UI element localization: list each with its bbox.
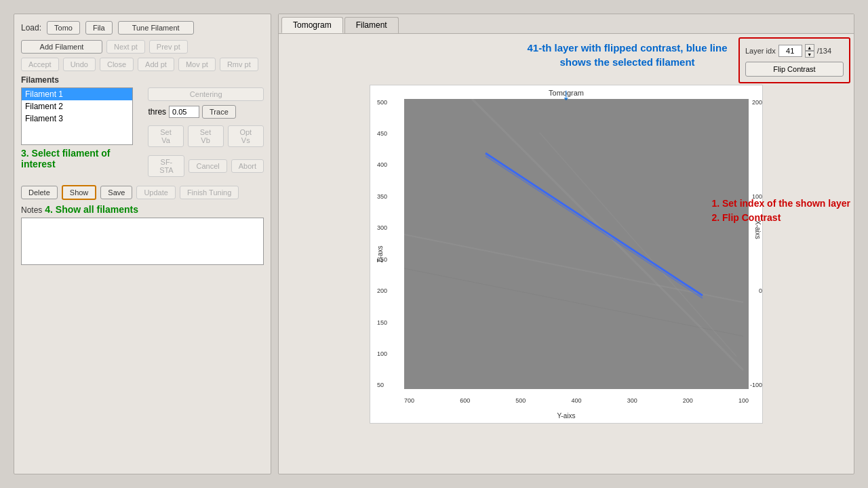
svg-rect-0 [404, 99, 749, 389]
y-axis-label: Y-aixs [557, 412, 576, 420]
trace-button[interactable]: Trace [202, 105, 236, 119]
right-panel: Tomogram Filament 41-th layer with flipp… [278, 14, 854, 474]
tab-bar: Tomogram Filament [279, 14, 854, 34]
filament-list[interactable]: Filament 1 Filament 2 Filament 3 [21, 87, 133, 145]
layer-idx-input[interactable] [778, 45, 802, 57]
tune-filament-button[interactable]: Tune Filament [118, 21, 194, 35]
layer-idx-row: Layer idx ▲ ▼ /134 [745, 44, 844, 58]
notes-textarea[interactable] [21, 218, 264, 265]
layer-idx-label: Layer idx [745, 47, 776, 55]
tab-tomogram[interactable]: Tomogram [281, 17, 343, 33]
add-filament-button[interactable]: Add Filament [21, 40, 102, 54]
step4-text: 4. Show all filaments [42, 204, 138, 215]
rmv-pt-button[interactable]: Rmv pt [220, 58, 258, 71]
filaments-label: Filaments [21, 75, 264, 85]
x-ticks: 700 600 500 400 300 200 100 [404, 397, 749, 404]
plot-image [404, 99, 749, 389]
set-buttons-row: Set Va Set Vb Opt Vs [148, 125, 264, 147]
step3-text: 3. Select filament of interest [21, 148, 142, 169]
cancel-button[interactable]: Cancel [189, 159, 226, 173]
save-button[interactable]: Save [100, 186, 132, 199]
tomogram-area: Tomogram 500 450 400 350 300 250 200 150… [285, 41, 847, 467]
add-filament-row: Add Filament Next pt Prev pt [21, 40, 264, 54]
accept-button[interactable]: Accept [21, 58, 59, 71]
filament-item-1[interactable]: Filament 1 [22, 88, 132, 100]
red-annotation: 1. Set index of the shown layer 2. Flip … [711, 197, 850, 225]
set-vb-button[interactable]: Set Vb [188, 125, 224, 147]
thres-input[interactable] [169, 106, 199, 118]
accept-row: Accept Undo Close Add pt Mov pt Rmv pt [21, 58, 264, 71]
set-va-button[interactable]: Set Va [148, 125, 183, 147]
abort-button[interactable]: Abort [231, 159, 264, 173]
spinner-down[interactable]: ▼ [805, 51, 814, 58]
sf-sta-button[interactable]: SF-STA [148, 155, 184, 177]
tab-filament[interactable]: Filament [344, 17, 399, 33]
fila-button[interactable]: Fila [85, 21, 113, 35]
tomo-button[interactable]: Tomo [47, 21, 80, 35]
thres-label: thres [148, 107, 166, 117]
spinner-up[interactable]: ▲ [805, 44, 814, 51]
filament-item-3[interactable]: Filament 3 [22, 113, 132, 125]
update-button[interactable]: Update [136, 186, 175, 199]
y-ticks: 500 450 400 350 300 250 200 150 100 50 [377, 99, 387, 389]
thres-row: thres Trace [148, 105, 264, 119]
red-annotation-line1: 1. Set index of the shown layer [711, 197, 850, 211]
next-pt-button[interactable]: Next pt [106, 40, 145, 54]
show-button[interactable]: Show [62, 185, 97, 200]
close-button[interactable]: Close [100, 58, 134, 71]
tomogram-plot: Tomogram 500 450 400 350 300 250 200 150… [370, 85, 763, 424]
load-row: Load: Tomo Fila Tune Filament [21, 21, 264, 35]
bottom-buttons-row: Delete Show Save Update Finish Tuning [21, 185, 264, 200]
layer-controls: Layer idx ▲ ▼ /134 Flip Contrast [738, 37, 850, 83]
finish-tuning-button[interactable]: Finish Tuning [180, 186, 239, 199]
notes-label: Notes [21, 205, 42, 215]
load-label: Load: [21, 23, 41, 33]
add-pt-button[interactable]: Add pt [138, 58, 174, 71]
annotation-main-text: 41-th layer with flipped contrast, blue … [526, 41, 729, 69]
spinner-buttons: ▲ ▼ [805, 44, 814, 58]
undo-button[interactable]: Undo [63, 58, 96, 71]
notes-row: Notes 4. Show all filaments [21, 204, 264, 267]
filaments-section: Filament 1 Filament 2 Filament 3 3. Sele… [21, 87, 264, 181]
filament-item-2[interactable]: Filament 2 [22, 100, 132, 113]
layer-total: /134 [817, 47, 831, 55]
mov-pt-button[interactable]: Mov pt [178, 58, 216, 71]
opt-vs-button[interactable]: Opt Vs [228, 125, 264, 147]
centering-button[interactable]: Centering [148, 87, 264, 101]
right-content: 41-th layer with flipped contrast, blue … [279, 34, 854, 474]
red-annotation-line2: 2. Flip Contrast [711, 211, 850, 225]
left-panel: Load: Tomo Fila Tune Filament Add Filame… [14, 14, 271, 474]
right-ticks: 200 100 0 -100 [750, 99, 762, 389]
z-axis-label: Z-axs [376, 245, 384, 262]
annotation-arrow: ↓ [562, 85, 570, 104]
filaments-right: Centering thres Trace Set Va Set Vb Opt … [148, 87, 264, 181]
sf-sta-row: SF-STA Cancel Abort [148, 155, 264, 177]
plot-canvas [404, 99, 749, 389]
delete-button[interactable]: Delete [21, 186, 58, 199]
flip-contrast-button[interactable]: Flip Contrast [745, 62, 844, 77]
prev-pt-button[interactable]: Prev pt [149, 40, 188, 54]
